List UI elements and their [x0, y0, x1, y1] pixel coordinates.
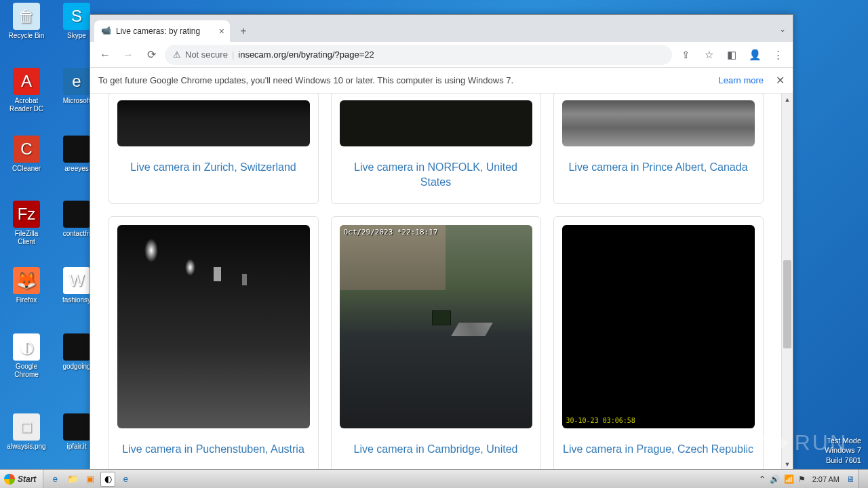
scroll-up-button[interactable]: ▲	[782, 94, 793, 105]
icon-label: alwaysis.png	[5, 443, 47, 451]
flag-icon[interactable]: ⚑	[798, 474, 806, 484]
ie-icon[interactable]: e	[47, 472, 62, 487]
taskbar-icons: e 📁 ▣ ◐ e	[47, 472, 133, 487]
new-tab-button[interactable]: +	[234, 22, 253, 41]
scroll-down-button[interactable]: ▼	[782, 458, 793, 470]
camera-link[interactable]: Live camera in NORFOLK, United States	[340, 160, 532, 190]
camera-card: Live camera in NORFOLK, United States	[331, 94, 541, 204]
scroll-track[interactable]	[782, 105, 793, 458]
camera-card: Live camera in Puchenstuben, Austria	[108, 216, 319, 470]
icon-glyph: 🦊	[13, 267, 40, 294]
icon-label: CCleaner	[5, 165, 47, 173]
scroll-thumb[interactable]	[783, 260, 791, 348]
expand-tray-icon[interactable]: ⌃	[759, 474, 766, 484]
address-bar[interactable]: ⚠ Not secure | insecam.org/en/byrating/?…	[165, 45, 672, 65]
clock[interactable]: 2:07 AM	[810, 475, 842, 483]
icon-glyph	[63, 136, 90, 163]
warning-icon: ⚠	[173, 49, 181, 60]
start-button[interactable]: Start	[0, 470, 43, 488]
camera-thumbnail[interactable]	[117, 225, 310, 428]
tab-title: Live cameras: by rating	[116, 26, 200, 36]
windows-icon	[4, 474, 15, 485]
icon-glyph: Fz	[13, 201, 40, 228]
camera-icon: 📹	[101, 26, 112, 37]
explorer-icon[interactable]: 📁	[65, 472, 80, 487]
camera-thumbnail[interactable]: Oct/29/2023 *22:18:17	[340, 225, 532, 428]
system-tray: ⌃ 🔊 📶 ⚑ 2:07 AM 🖥	[755, 474, 859, 484]
bookmark-icon[interactable]: ☆	[699, 45, 718, 64]
camera-link[interactable]: Live camera in Cambridge, United	[340, 442, 532, 457]
media-icon[interactable]: ▣	[83, 472, 98, 487]
share-icon[interactable]: ⇪	[676, 45, 695, 64]
scrollbar[interactable]: ▲ ▼	[781, 94, 793, 470]
learn-more-link[interactable]: Learn more	[719, 75, 764, 85]
icon-glyph	[63, 201, 90, 228]
icon-glyph: A	[13, 68, 40, 95]
close-icon[interactable]: ×	[219, 26, 224, 37]
profile-icon[interactable]: 👤	[745, 45, 764, 64]
info-bar: To get future Google Chrome updates, you…	[90, 68, 793, 94]
back-button[interactable]: ←	[96, 45, 115, 64]
close-icon[interactable]: ✕	[776, 74, 785, 87]
page-content: Live camera in Zurich, SwitzerlandLive c…	[90, 94, 793, 470]
edge-taskbar-icon[interactable]: e	[118, 472, 133, 487]
icon-label: Google Chrome	[5, 363, 47, 379]
icon-glyph	[63, 333, 90, 361]
icon-glyph: ◐	[13, 333, 40, 361]
icon-glyph: 🗑	[13, 3, 40, 30]
side-panel-icon[interactable]: ◧	[722, 45, 741, 64]
camera-thumbnail[interactable]	[117, 100, 310, 146]
thumb-timestamp: 30-10-23 03:06:58	[566, 417, 635, 424]
camera-card: Live camera in Zurich, Switzerland	[108, 94, 319, 204]
desktop-icon-filezilla-client[interactable]: FzFileZilla Client	[5, 201, 47, 246]
icon-glyph: W	[63, 267, 90, 294]
icon-label: Acrobat Reader DC	[5, 97, 47, 113]
desktop-icon-google-chrome[interactable]: ◐Google Chrome	[5, 333, 47, 379]
desktop-icon-acrobat-reader-dc[interactable]: AAcrobat Reader DC	[5, 68, 47, 113]
browser-tab[interactable]: 📹 Live cameras: by rating ×	[94, 20, 230, 42]
desktop-icon-alwaysis-png[interactable]: □alwaysis.png	[5, 413, 47, 451]
camera-link[interactable]: Live camera in Puchenstuben, Austria	[117, 442, 310, 457]
desktop: 🗑Recycle BinSSkypeAAcrobat Reader DCeMic…	[0, 0, 868, 488]
forward-button: →	[119, 45, 138, 64]
volume-icon[interactable]: 🔊	[770, 474, 780, 484]
chrome-taskbar-icon[interactable]: ◐	[100, 472, 115, 487]
icon-glyph: e	[63, 68, 90, 95]
icon-label: FileZilla Client	[5, 230, 47, 246]
taskbar: Start e 📁 ▣ ◐ e ⌃ 🔊 📶 ⚑ 2:07 AM 🖥	[0, 469, 868, 488]
camera-card: Oct/29/2023 *22:18:17Live camera in Camb…	[331, 216, 541, 470]
camera-thumbnail[interactable]	[562, 100, 755, 146]
desktop-icon-firefox[interactable]: 🦊Firefox	[5, 267, 47, 304]
icon-glyph: S	[63, 3, 90, 30]
camera-thumbnail[interactable]	[340, 100, 532, 146]
thumb-timestamp: Oct/29/2023 *22:18:17	[344, 228, 438, 237]
tabs-dropdown-icon[interactable]: ⌄	[779, 24, 786, 34]
icon-glyph: C	[13, 136, 40, 163]
reload-button[interactable]: ⟳	[142, 45, 161, 64]
infobar-message: To get future Google Chrome updates, you…	[98, 75, 719, 85]
icon-label: Firefox	[5, 296, 47, 304]
camera-card: 30-10-23 03:06:58Live camera in Prague, …	[553, 216, 764, 470]
camera-link[interactable]: Live camera in Prague, Czech Republic	[562, 442, 755, 457]
desktop-icon-recycle-bin[interactable]: 🗑Recycle Bin	[5, 3, 47, 40]
toolbar: ← → ⟳ ⚠ Not secure | insecam.org/en/byra…	[90, 42, 793, 68]
chrome-window: — ☐ ✕ 📹 Live cameras: by rating × + ⌄ ← …	[90, 14, 793, 470]
monitor-icon[interactable]: 🖥	[846, 474, 854, 484]
desktop-icon-ccleaner[interactable]: CCCleaner	[5, 136, 47, 173]
icon-glyph	[63, 413, 90, 441]
url-text: insecam.org/en/byrating/?page=22	[238, 49, 374, 60]
security-text: Not secure	[185, 49, 228, 60]
icon-label: Recycle Bin	[5, 32, 47, 40]
menu-icon[interactable]: ⋮	[768, 45, 787, 64]
camera-card: Live camera in Prince Albert, Canada	[553, 94, 764, 204]
test-mode-label: Test Mode Windows 7 Build 7601	[825, 436, 861, 465]
network-icon[interactable]: 📶	[784, 474, 794, 484]
camera-thumbnail[interactable]: 30-10-23 03:06:58	[562, 225, 755, 428]
show-desktop-button[interactable]	[859, 470, 868, 488]
camera-link[interactable]: Live camera in Zurich, Switzerland	[117, 160, 310, 175]
tab-strip: 📹 Live cameras: by rating × + ⌄	[90, 15, 793, 42]
icon-glyph: □	[13, 413, 40, 441]
camera-link[interactable]: Live camera in Prince Albert, Canada	[562, 160, 755, 175]
